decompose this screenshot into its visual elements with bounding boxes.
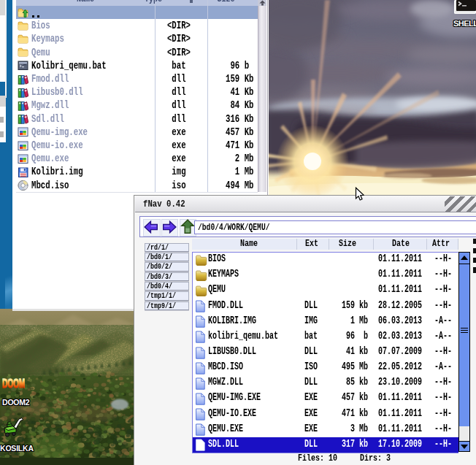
svg-text:DOOM: DOOM	[2, 377, 25, 390]
